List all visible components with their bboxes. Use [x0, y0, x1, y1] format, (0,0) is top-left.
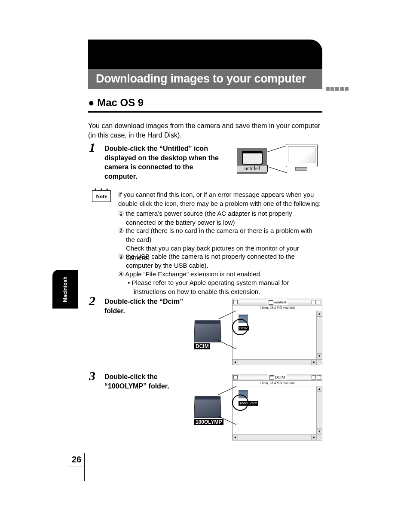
scroll-up-icon[interactable]: ▴ [317, 311, 322, 317]
callout-100olymp: 100OLYMP [194, 395, 223, 425]
scroll-left-icon[interactable]: ◂ [233, 360, 238, 365]
page-number: 26 [72, 455, 81, 465]
side-tab: Macintosh [52, 270, 78, 309]
step-3-number: 3 [89, 369, 95, 383]
collapse-box-icon[interactable] [317, 375, 321, 379]
close-box-icon[interactable] [233, 300, 238, 304]
finder-titlebar: DCIM [233, 374, 322, 381]
scrollbar-vertical[interactable]: ▴▾ [316, 311, 322, 359]
scroll-down-icon[interactable]: ▾ [317, 428, 322, 434]
note-item-3: ③ the USB cable (the camera is not prope… [118, 252, 322, 270]
chapter-title-band: Downloading images to your computer [88, 69, 322, 89]
note-item-4-bullet: • Please refer to your Apple operating s… [118, 278, 322, 296]
step-1-diagram: untitled [231, 144, 321, 178]
callout-dcim: DCIM [194, 320, 221, 350]
note-label: Note [96, 193, 107, 200]
note-label-box: Note [92, 190, 111, 202]
scrollbar-horizontal[interactable]: ◂▸ [233, 359, 317, 365]
step-1-number: 1 [89, 140, 95, 155]
side-tab-label: Macintosh [62, 276, 68, 302]
finder-title: untitled [274, 300, 286, 304]
callout-folder-icon [194, 320, 221, 342]
folder-title-icon [269, 375, 274, 380]
intro-paragraph: You can download images from the camera … [88, 121, 322, 140]
bullet-icon: ● [88, 97, 95, 108]
callout-folder-icon [194, 396, 221, 418]
note-item-1: ① the camera’s power source (the AC adap… [118, 209, 322, 227]
section-heading-text: Mac OS 9 [97, 97, 144, 108]
zoom-box-icon[interactable] [312, 375, 316, 379]
scroll-down-icon[interactable]: ▾ [317, 353, 322, 359]
step-2-text: Double-click the “Dcim” folder. [104, 297, 186, 315]
close-box-icon[interactable] [233, 375, 238, 379]
finder-status: 1 item, 28.4 MB available [233, 381, 322, 386]
page-number-rule-v [84, 453, 85, 481]
note-item-4: ④ Apple “File Exchange” extension is not… [118, 269, 322, 278]
grow-box-icon[interactable] [316, 434, 322, 440]
decorative-dots [326, 85, 349, 92]
step-3-text: Double-click the “100OLYMP” folder. [104, 372, 195, 391]
finder-status: 1 item, 28.4 MB available [233, 306, 322, 311]
chapter-title: Downloading images to your computer [96, 72, 306, 86]
zoom-box-icon[interactable] [312, 300, 316, 304]
finder-title: DCIM [275, 375, 285, 379]
step-1-text: Double-click the “Untitled” icon display… [104, 144, 225, 181]
drive-card-icon: untitled [236, 147, 268, 175]
scroll-up-icon[interactable]: ▴ [317, 386, 322, 392]
scroll-left-icon[interactable]: ◂ [233, 435, 238, 440]
drive-card-label: untitled [237, 165, 268, 172]
disk-icon [269, 300, 273, 305]
note-text: If you cannot find this icon, or if an e… [118, 190, 322, 208]
scrollbar-vertical[interactable]: ▴▾ [316, 386, 322, 434]
callout-folder-label: DCIM [194, 343, 210, 349]
page-number-rule-h [67, 467, 84, 467]
grow-box-icon[interactable] [316, 359, 322, 365]
step-2-number: 2 [89, 294, 95, 308]
scrollbar-horizontal[interactable]: ◂▸ [233, 434, 317, 440]
monitor-icon [286, 144, 317, 174]
finder-titlebar: untitled [233, 299, 322, 306]
callout-folder-label: 100OLYMP [194, 419, 223, 425]
section-heading: ● Mac OS 9 [88, 97, 322, 113]
note-item-2: ② the card (there is no card in the came… [118, 226, 322, 244]
collapse-box-icon[interactable] [317, 300, 321, 304]
